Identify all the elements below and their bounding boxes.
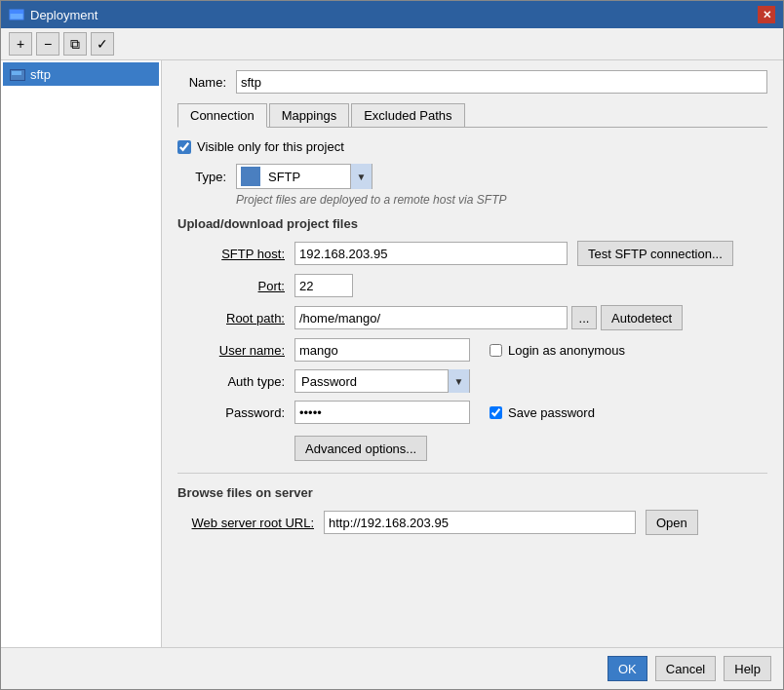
copy-button[interactable]: ⧉: [63, 32, 87, 56]
port-group: Port:: [177, 274, 767, 297]
svg-rect-1: [10, 10, 23, 14]
password-label: Password:: [177, 405, 285, 420]
sftp-host-input[interactable]: [294, 242, 568, 265]
tab-excluded-paths[interactable]: Excluded Paths: [351, 103, 464, 127]
name-label: Name:: [177, 75, 226, 90]
deployment-window: Deployment ✕ + − ⧉ ✓ sftp Name: Conne: [0, 0, 784, 690]
auth-type-label: Auth type:: [177, 374, 285, 389]
path-row: ... Autodetect: [294, 305, 683, 330]
save-password-row: Save password: [490, 405, 595, 420]
check-button[interactable]: ✓: [91, 32, 114, 56]
tab-mappings[interactable]: Mappings: [269, 103, 349, 127]
web-server-url-group: Web server root URL: Open: [177, 510, 767, 535]
username-group: User name: Login as anonymous: [177, 338, 767, 362]
password-group: Password: Save password: [177, 401, 767, 424]
username-input[interactable]: [294, 338, 470, 362]
anonymous-checkbox[interactable]: [490, 344, 502, 357]
sftp-icon: [9, 66, 24, 82]
browse-section-header: Browse files on server: [177, 485, 767, 500]
title-bar-left: Deployment: [9, 7, 98, 22]
name-row: Name:: [177, 70, 767, 94]
right-panel: Name: Connection Mappings Excluded Paths…: [162, 60, 783, 647]
root-path-group: Root path: ... Autodetect: [177, 305, 767, 330]
advanced-options-button[interactable]: Advanced options...: [294, 436, 427, 461]
sidebar-item-label: sftp: [30, 67, 51, 82]
port-input[interactable]: [294, 274, 353, 297]
password-input[interactable]: [294, 401, 470, 424]
close-button[interactable]: ✕: [758, 6, 775, 23]
save-password-label: Save password: [508, 405, 595, 420]
autodetect-button[interactable]: Autodetect: [601, 305, 683, 330]
test-connection-button[interactable]: Test SFTP connection...: [577, 241, 733, 266]
sftp-type-icon: [241, 167, 260, 186]
port-label: Port:: [177, 279, 285, 293]
cancel-button[interactable]: Cancel: [655, 656, 716, 681]
sftp-host-label: SFTP host:: [177, 247, 285, 261]
root-path-label: Root path:: [177, 311, 285, 326]
auth-dropdown-btn[interactable]: ▼: [448, 369, 469, 393]
web-server-url-input[interactable]: [324, 511, 636, 534]
chevron-down-icon: ▼: [357, 172, 367, 182]
visible-checkbox-row: Visible only for this project: [177, 139, 767, 154]
sidebar: sftp: [1, 60, 162, 647]
type-select[interactable]: SFTP ▼: [236, 164, 372, 189]
remove-button[interactable]: −: [36, 32, 59, 56]
type-dropdown-btn[interactable]: ▼: [350, 164, 372, 189]
anonymous-label: Login as anonymous: [508, 343, 625, 358]
toolbar: + − ⧉ ✓: [1, 28, 783, 60]
help-button[interactable]: Help: [724, 656, 771, 681]
title-bar: Deployment ✕: [1, 1, 783, 28]
bottom-bar: OK Cancel Help: [1, 647, 783, 689]
browse-button[interactable]: ...: [571, 306, 597, 329]
type-row: Type: SFTP ▼: [177, 164, 767, 189]
window-icon: [9, 7, 24, 22]
auth-type-text: Password: [295, 374, 448, 389]
type-label: Type:: [177, 170, 226, 184]
anonymous-check-row: Login as anonymous: [490, 343, 625, 358]
sftp-host-group: SFTP host: Test SFTP connection...: [177, 241, 767, 266]
sidebar-item-sftp[interactable]: sftp: [3, 62, 159, 86]
visible-checkbox[interactable]: [177, 140, 191, 154]
root-path-input[interactable]: [294, 306, 568, 329]
tab-connection[interactable]: Connection: [177, 103, 267, 128]
type-select-text: SFTP: [264, 170, 350, 184]
save-password-checkbox[interactable]: [490, 406, 502, 419]
type-description: Project files are deployed to a remote h…: [236, 193, 767, 207]
auth-type-select[interactable]: Password ▼: [294, 369, 470, 393]
upload-section-header: Upload/download project files: [177, 216, 767, 231]
open-button[interactable]: Open: [646, 510, 698, 535]
main-content: sftp Name: Connection Mappings Excluded …: [1, 60, 783, 647]
add-button[interactable]: +: [9, 32, 32, 56]
window-title: Deployment: [30, 8, 98, 22]
section-divider: [177, 473, 767, 474]
auth-type-group: Auth type: Password ▼: [177, 369, 767, 393]
ok-button[interactable]: OK: [608, 656, 647, 681]
name-input[interactable]: [236, 70, 767, 94]
chevron-down-icon: ▼: [454, 376, 464, 387]
visible-label: Visible only for this project: [197, 139, 344, 154]
tabs: Connection Mappings Excluded Paths: [177, 103, 767, 128]
advanced-options-row: Advanced options...: [294, 436, 767, 461]
username-label: User name:: [177, 343, 285, 358]
web-server-url-label: Web server root URL:: [177, 516, 314, 530]
